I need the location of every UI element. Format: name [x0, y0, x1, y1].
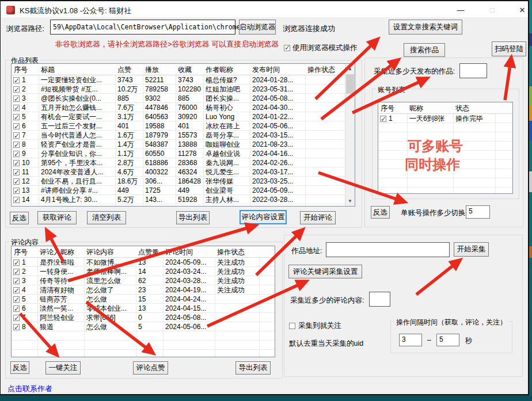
row-checkbox[interactable] — [13, 269, 20, 275]
row-checkbox[interactable] — [380, 116, 386, 122]
works-table-row[interactable]: 2 #短视频带货 #互... 10.2万 789258 102280 红姐加油吧… — [12, 85, 345, 94]
row-checkbox[interactable] — [13, 114, 20, 120]
interval-to-input[interactable]: 5 — [436, 334, 459, 346]
comments-header-cell[interactable]: 评论人昵称 — [37, 246, 84, 257]
works-table-row[interactable]: 7 当今时代普通人怎... 1.6万 187979 15573 磊哥分享... … — [12, 131, 345, 140]
contact-author-link[interactable]: 点击联系作者 — [7, 384, 52, 394]
works-header-cell[interactable]: 播放 — [143, 64, 176, 75]
comments-table-row[interactable]: 7 阿兰轻创业 求带[666] 0 2024-05-08... — [12, 313, 275, 322]
work-url-input[interactable] — [326, 242, 450, 257]
browser-mode-checkbox[interactable]: 使用浏览器模式操作 — [284, 43, 358, 53]
row-checkbox[interactable] — [13, 169, 20, 175]
scrollbar-thumb[interactable] — [346, 74, 354, 94]
set-article-keyword-button[interactable]: 设置文章搜索关键词 — [389, 20, 462, 35]
works-table-row[interactable]: 6 五一过后三个发财... 401 19588 401 冰欣在路上 2024-0… — [12, 121, 345, 131]
works-header-cell[interactable]: 标题 — [39, 64, 115, 75]
comments-header-cell[interactable]: 点赞量 — [136, 246, 163, 257]
row-checkbox[interactable] — [13, 77, 20, 83]
collect-count-input[interactable] — [369, 292, 390, 307]
works-table-row[interactable]: 9 分享创业知识，你... 1.1万 60550 11278 卓越创业说 202… — [12, 149, 345, 158]
comments-table-row[interactable]: 1 是乔没错啦 不如微博... 13 2024-05-09... 关注成功 — [12, 258, 275, 267]
works-header-cell[interactable]: 作者昵称 — [203, 64, 250, 75]
row-checkbox[interactable] — [13, 315, 20, 321]
scan-login-button[interactable]: 扫码登陆 — [492, 41, 526, 56]
works-table-row[interactable]: 10 第95个，手里没本... 2.8万 618886 28368 秦九说网..… — [12, 158, 345, 167]
row-checkbox[interactable] — [13, 160, 20, 166]
get-comments-button[interactable]: 获取评论 — [37, 211, 77, 224]
scroll-down-icon[interactable]: ▼ — [345, 196, 355, 206]
account-switch-input[interactable]: 5 — [466, 205, 490, 219]
row-checkbox[interactable] — [13, 96, 20, 102]
accounts-header-cell[interactable]: 昵称 — [407, 102, 453, 113]
comments-table-row[interactable]: 2 一转身便... 老师很棒啊... 14 2024-03-24... 关注成功 — [12, 267, 275, 276]
comment-keyword-collect-button[interactable]: 评论关键词采集设置 — [288, 265, 362, 278]
launch-browser-button[interactable]: 启动浏览器 — [239, 20, 276, 35]
works-table-row[interactable]: 4 五月开始怎么赚钱... 7.6万 447846 76000 杨哥初心 202… — [12, 103, 345, 112]
works-header-cell[interactable]: 点赞 — [115, 64, 143, 75]
row-checkbox[interactable] — [13, 123, 20, 129]
works-table-row[interactable] — [12, 204, 345, 207]
works-table-row[interactable]: 8 轻资产创业才是普... 1.4万 548387 13888 咖姐聊创业 20… — [12, 140, 345, 149]
works-table-row[interactable]: 12 创业不易，且行且... 18.6万 306... 186428 张华传媒 … — [12, 177, 345, 186]
minimize-button[interactable]: — — [452, 5, 469, 16]
works-table-row[interactable]: 14 4月1号晚上7: 30... 5.2万 143... 51928 主持人林… — [12, 195, 345, 204]
row-checkbox[interactable] — [13, 296, 20, 303]
comments-invert-button[interactable]: 反选 — [10, 361, 29, 374]
comments-table-row[interactable]: 8 狼道 怎么做 5 2024-05-06... — [12, 322, 275, 331]
works-invert-button[interactable]: 反选 — [10, 212, 29, 224]
works-table-row[interactable]: 5 有机会一定要试一... 3.1万 640563 30920 Luo Yong… — [12, 112, 345, 121]
interval-from-input[interactable]: 3 — [399, 334, 422, 346]
row-checkbox[interactable] — [13, 178, 20, 185]
works-table-row[interactable]: 3 @团长实操创业(0... 885 9302 885 团长实操... 2024… — [12, 94, 345, 103]
comments-table-row[interactable]: 6 淡然一笑... 零成本创业... 13 2024-04-15... — [12, 304, 275, 313]
accounts-header-cell[interactable]: 状态 — [453, 102, 495, 113]
comments-header-cell[interactable]: 评论时间 — [163, 246, 215, 257]
accounts-invert-button[interactable]: 反选 — [371, 206, 390, 219]
comments-table-row[interactable]: 4 清清有好物 怎么做了 23 2024-04-19... 关注成功 — [12, 285, 275, 295]
follow-all-button[interactable]: 一键关注 — [45, 361, 81, 375]
accounts-header-cell[interactable]: 序号 — [378, 102, 407, 113]
row-checkbox[interactable] — [13, 142, 20, 148]
comments-header-cell[interactable]: 评论内容 — [84, 246, 136, 257]
checkbox-icon[interactable] — [289, 323, 295, 329]
works-export-button[interactable]: 导出列表 — [176, 211, 210, 224]
comments-header-cell[interactable]: 操作状态 — [215, 246, 259, 257]
works-table-row[interactable]: 11 2024年改变普通人... 4.6万 400322 46324 悦儿爱生.… — [12, 167, 345, 177]
works-table-row[interactable]: 1 一定要懂轻资创业... 3743 52211 3743 楊总传媒? 2024… — [12, 75, 345, 85]
works-header-cell[interactable]: 收藏 — [176, 64, 203, 75]
checkbox-icon[interactable] — [284, 45, 290, 51]
works-scrollbar[interactable]: ▲ ▼ — [345, 64, 355, 206]
row-checkbox[interactable] — [13, 105, 20, 111]
comments-table-row[interactable]: 3 传奇等待 流里怎么做 62 2024-03-28... 关注成功 — [12, 276, 275, 285]
search-works-button[interactable]: 搜索作品 — [404, 43, 445, 57]
row-checkbox[interactable] — [13, 206, 20, 207]
comment-settings-button[interactable]: 评论内容设置 — [240, 210, 287, 224]
row-checkbox[interactable] — [13, 259, 20, 266]
close-button[interactable]: ✕ — [514, 5, 531, 16]
row-checkbox[interactable] — [13, 305, 20, 312]
accounts-table-row[interactable]: 1 一天6到8张 操作完毕 — [378, 114, 512, 123]
comment-like-button[interactable]: 评论点赞 — [133, 361, 168, 375]
works-header-cell[interactable]: 操作状态 — [305, 64, 345, 75]
row-checkbox[interactable] — [13, 151, 20, 157]
row-checkbox[interactable] — [13, 278, 20, 284]
comments-export-button[interactable]: 导出列表 — [235, 361, 271, 375]
works-header-cell[interactable]: 发布时间 — [250, 64, 305, 75]
works-header-cell[interactable]: 序号 — [12, 64, 39, 75]
comments-table-row[interactable]: 5 链商苏芳 怎么做 15 2024-04-24... — [12, 295, 275, 304]
start-collect-button[interactable]: 开始采集 — [454, 242, 489, 257]
row-checkbox[interactable] — [13, 132, 20, 139]
row-checkbox[interactable] — [13, 197, 20, 203]
row-checkbox[interactable] — [13, 188, 20, 194]
scroll-up-icon[interactable]: ▲ — [345, 64, 355, 74]
row-checkbox[interactable] — [13, 324, 20, 330]
start-comment-button[interactable]: 开始评论 — [300, 211, 336, 224]
collect-days-input[interactable] — [459, 63, 487, 78]
browser-path-input[interactable]: 59\AppData\Local\CentBrowser\Application… — [50, 20, 235, 35]
comments-header-cell[interactable]: 序号 — [12, 246, 37, 257]
works-table-row[interactable]: 13 #讲师创业分享 #... 449 1725 449 创业梁哥 2024-0… — [12, 186, 345, 195]
row-checkbox[interactable] — [13, 287, 20, 293]
follow-on-collect-checkbox[interactable]: 采集到就关注 — [289, 321, 341, 331]
clear-list-button[interactable]: 清空列表 — [87, 211, 126, 224]
row-checkbox[interactable] — [13, 86, 20, 93]
